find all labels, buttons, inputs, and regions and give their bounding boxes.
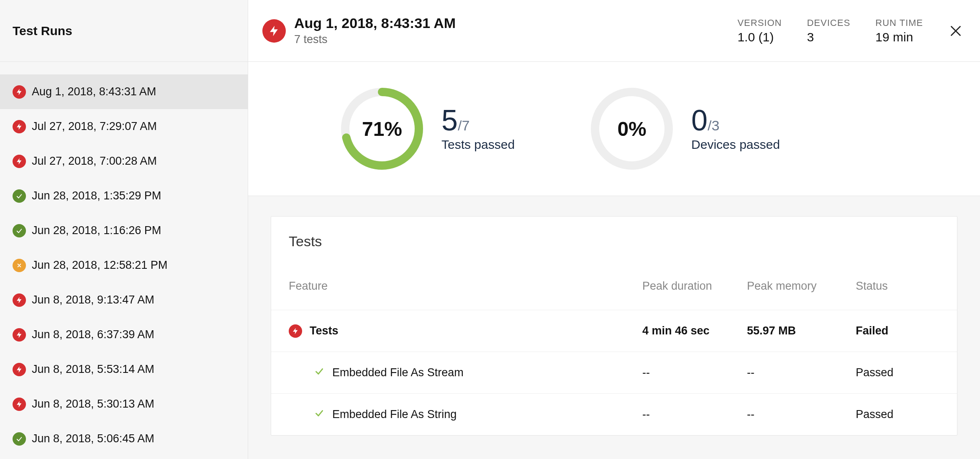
peak-duration: 4 min 46 sec [642, 324, 747, 337]
check-icon [13, 432, 26, 446]
run-title: Aug 1, 2018, 8:43:31 AM [294, 15, 729, 31]
tests-card: Tests Feature Peak duration Peak memory … [271, 216, 957, 436]
header-stat: DEVICES3 [807, 18, 850, 44]
stat-label: RUN TIME [875, 18, 923, 28]
test-run-item[interactable]: Jul 27, 2018, 7:29:07 AM [0, 109, 248, 144]
feature-name: Embedded File As String [332, 408, 457, 421]
close-icon [948, 23, 963, 38]
status: Passed [856, 366, 939, 379]
test-run-item[interactable]: Jun 28, 2018, 1:35:29 PM [0, 178, 248, 213]
test-run-item[interactable]: Jun 8, 2018, 5:30:13 AM [0, 387, 248, 421]
peak-memory: -- [747, 366, 856, 379]
tests-passed-dial-group: 71% 5/7 Tests passed [340, 87, 515, 171]
test-run-item[interactable]: Jul 27, 2018, 7:00:28 AM [0, 144, 248, 178]
tests-region: Tests Feature Peak duration Peak memory … [248, 196, 980, 459]
test-runs-list: Aug 1, 2018, 8:43:31 AMJul 27, 2018, 7:2… [0, 62, 248, 456]
test-run-item[interactable]: Jun 28, 2018, 12:58:21 PM [0, 248, 248, 283]
peak-memory: -- [747, 408, 856, 421]
check-icon [314, 408, 325, 421]
detail-pane: Aug 1, 2018, 8:43:31 AM 7 tests VERSION1… [248, 0, 980, 459]
test-run-label: Jun 8, 2018, 6:37:39 AM [32, 328, 154, 341]
test-run-item[interactable]: Aug 1, 2018, 8:43:31 AM [0, 74, 248, 109]
status: Passed [856, 408, 939, 421]
tests-fraction: 5/7 [441, 106, 515, 135]
tests-table-row[interactable]: Embedded File As Stream----Passed [271, 352, 957, 393]
header-stat: VERSION1.0 (1) [737, 18, 782, 44]
test-run-label: Jun 8, 2018, 5:53:14 AM [32, 363, 154, 376]
test-run-item[interactable]: Jun 8, 2018, 6:37:39 AM [0, 317, 248, 352]
peak-memory: 55.97 MB [747, 324, 856, 337]
test-run-label: Aug 1, 2018, 8:43:31 AM [32, 85, 156, 98]
devices-fraction: 0/3 [691, 106, 780, 135]
header-stat: RUN TIME19 min [875, 18, 923, 44]
lightning-icon [13, 120, 26, 133]
test-run-label: Jun 8, 2018, 5:30:13 AM [32, 398, 154, 411]
test-run-item[interactable]: Jun 8, 2018, 5:06:45 AM [0, 421, 248, 456]
tests-caption: Tests passed [441, 138, 515, 152]
col-peak-duration: Peak duration [642, 280, 747, 293]
status: Failed [856, 324, 939, 337]
stat-label: DEVICES [807, 18, 850, 28]
sidebar: Test Runs Aug 1, 2018, 8:43:31 AMJul 27,… [0, 0, 248, 459]
test-run-label: Jun 28, 2018, 1:16:26 PM [32, 224, 161, 237]
test-run-label: Jun 28, 2018, 12:58:21 PM [32, 259, 167, 272]
detail-title-block: Aug 1, 2018, 8:43:31 AM 7 tests [294, 15, 729, 46]
sidebar-title: Test Runs [0, 0, 248, 62]
lightning-icon [13, 363, 26, 376]
lightning-icon [13, 293, 26, 307]
check-icon [13, 224, 26, 237]
run-subtitle: 7 tests [294, 33, 729, 46]
tests-table-row[interactable]: Tests4 min 46 sec55.97 MBFailed [271, 310, 957, 352]
close-button[interactable] [948, 23, 963, 38]
test-run-label: Jun 28, 2018, 1:35:29 PM [32, 189, 161, 202]
test-run-item[interactable]: Jun 8, 2018, 9:13:47 AM [0, 283, 248, 317]
feature-name: Tests [310, 324, 339, 337]
devices-passed-dial-group: 0% 0/3 Devices passed [590, 87, 780, 171]
stat-value: 1.0 (1) [737, 30, 782, 44]
feature-name: Embedded File As Stream [332, 366, 464, 379]
check-icon [13, 189, 26, 203]
test-run-label: Jun 8, 2018, 5:06:45 AM [32, 432, 154, 445]
stat-label: VERSION [737, 18, 782, 28]
stat-value: 19 min [875, 30, 923, 44]
lightning-icon [13, 85, 26, 99]
tests-percent: 71% [340, 87, 424, 171]
lightning-icon [262, 19, 286, 43]
col-status: Status [856, 280, 939, 293]
tests-card-title: Tests [271, 217, 957, 262]
devices-caption: Devices passed [691, 138, 780, 152]
peak-duration: -- [642, 366, 747, 379]
tests-table-header: Feature Peak duration Peak memory Status [271, 262, 957, 310]
devices-passed-dial: 0% [590, 87, 674, 171]
check-icon [314, 366, 325, 380]
test-run-label: Jun 8, 2018, 9:13:47 AM [32, 293, 154, 306]
lightning-icon [13, 328, 26, 342]
col-peak-memory: Peak memory [747, 280, 856, 293]
tests-table-row[interactable]: Embedded File As String----Passed [271, 393, 957, 435]
test-run-label: Jul 27, 2018, 7:29:07 AM [32, 120, 157, 133]
lightning-icon [13, 398, 26, 411]
test-run-item[interactable]: Jun 28, 2018, 1:16:26 PM [0, 213, 248, 248]
lightning-icon [289, 324, 302, 338]
col-feature: Feature [289, 280, 642, 293]
summary-row: 71% 5/7 Tests passed 0% 0/3 [248, 62, 980, 196]
lightning-icon [13, 155, 26, 168]
test-run-label: Jul 27, 2018, 7:00:28 AM [32, 155, 157, 168]
detail-header: Aug 1, 2018, 8:43:31 AM 7 tests VERSION1… [248, 0, 980, 62]
x-icon [13, 259, 26, 272]
test-run-item[interactable]: Jun 8, 2018, 5:53:14 AM [0, 352, 248, 387]
stat-value: 3 [807, 30, 850, 44]
header-stats: VERSION1.0 (1)DEVICES3RUN TIME19 min [737, 18, 923, 44]
peak-duration: -- [642, 408, 747, 421]
tests-passed-dial: 71% [340, 87, 424, 171]
devices-percent: 0% [590, 87, 674, 171]
